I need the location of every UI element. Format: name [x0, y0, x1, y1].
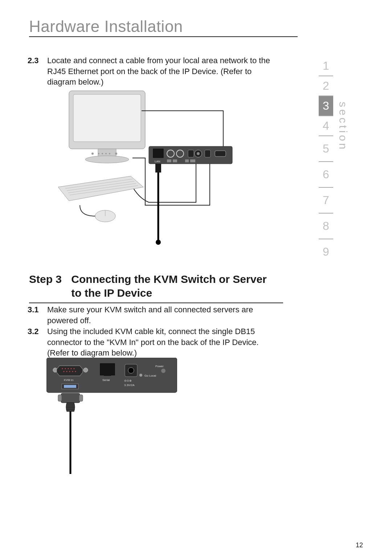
ip-device-rear-icon: LAN	[149, 146, 232, 164]
svg-rect-12	[155, 156, 161, 158]
section-nav-item-2[interactable]: 2	[319, 76, 333, 96]
section-side-label: section	[337, 102, 349, 151]
svg-point-44	[69, 371, 70, 372]
svg-rect-63	[58, 395, 62, 401]
diagram-kvm-connection: KVM In Serial Go Local Power ⊖⊙⊕ 3.3V/2A	[46, 358, 177, 474]
svg-text:Serial: Serial	[102, 378, 110, 382]
svg-point-55	[128, 368, 134, 373]
svg-point-39	[68, 368, 69, 369]
svg-point-17	[197, 152, 200, 155]
svg-point-9	[115, 153, 117, 155]
svg-point-41	[74, 368, 75, 369]
paragraph-number: 3.2	[28, 326, 39, 337]
page-number: 12	[356, 541, 363, 549]
svg-rect-24	[190, 159, 195, 162]
paragraph-text: Make sure your KVM switch and all connec…	[47, 305, 253, 325]
svg-rect-64	[79, 395, 83, 401]
svg-text:LAN: LAN	[155, 160, 160, 163]
paragraph-3-2: 3.2 Using the included KVM cable kit, co…	[47, 326, 279, 358]
paragraph-text: Using the included KVM cable kit, connec…	[47, 327, 259, 357]
section-nav-item-8[interactable]: 8	[319, 214, 333, 239]
svg-rect-23	[185, 159, 189, 162]
svg-point-5	[98, 153, 99, 154]
section-nav: 1 2 3 4 5 6 7 8 9	[319, 56, 333, 264]
svg-rect-21	[167, 159, 171, 162]
section-nav-item-4[interactable]: 4	[319, 116, 333, 136]
title-rule	[29, 36, 298, 37]
svg-rect-19	[215, 151, 226, 157]
svg-point-6	[102, 153, 103, 154]
section-nav-item-1[interactable]: 1	[319, 56, 333, 76]
section-nav-item-6[interactable]: 6	[319, 162, 333, 188]
section-nav-item-7[interactable]: 7	[319, 188, 333, 214]
section-nav-item-9[interactable]: 9	[319, 239, 333, 264]
step-rule	[29, 303, 283, 303]
svg-point-57	[139, 374, 142, 377]
svg-rect-18	[205, 150, 211, 157]
svg-point-42	[64, 371, 65, 372]
svg-point-34	[156, 240, 161, 245]
svg-point-46	[75, 371, 76, 372]
svg-text:Go Local: Go Local	[144, 374, 156, 377]
section-nav-item-3[interactable]: 3	[319, 96, 333, 116]
svg-text:Power: Power	[155, 365, 164, 368]
svg-rect-50	[64, 385, 76, 388]
paragraph-2-3: 2.3 Locate and connect a cable from your…	[47, 55, 279, 88]
svg-rect-52	[104, 373, 111, 376]
svg-point-43	[66, 371, 68, 372]
mouse-icon	[80, 205, 115, 222]
svg-point-37	[62, 368, 63, 369]
svg-point-4	[91, 153, 94, 155]
step-3-heading-block: Step 3 Connecting the KVM Switch or Serv…	[29, 272, 283, 303]
svg-point-7	[105, 153, 107, 154]
paragraph-text: Locate and connect a cable from your loc…	[47, 56, 270, 86]
step-label: Step 3	[29, 272, 68, 286]
svg-text:KVM In: KVM In	[64, 378, 73, 382]
keyboard-icon	[58, 176, 143, 201]
svg-point-47	[83, 368, 88, 372]
paragraph-3-1: 3.1 Make sure your KVM switch and all co…	[47, 304, 279, 326]
db15-connector-icon	[58, 393, 83, 411]
svg-rect-2	[98, 149, 116, 156]
svg-rect-15	[188, 150, 194, 157]
diagram-lan-connection: LAN	[58, 89, 240, 247]
monitor-icon	[69, 91, 145, 163]
svg-text:3.3V/2A: 3.3V/2A	[124, 384, 135, 387]
svg-rect-32	[155, 164, 161, 173]
svg-point-3	[85, 156, 129, 163]
svg-rect-22	[173, 159, 177, 162]
page-title: Hardware Installation	[29, 17, 183, 36]
section-nav-item-5[interactable]: 5	[319, 136, 333, 162]
svg-point-45	[72, 371, 73, 372]
svg-point-59	[161, 369, 166, 373]
svg-text:⊖⊙⊕: ⊖⊙⊕	[124, 379, 132, 382]
step-title: Connecting the KVM Switch or Server to t…	[71, 272, 274, 300]
svg-point-38	[65, 368, 66, 369]
paragraph-number: 3.1	[28, 304, 39, 315]
svg-rect-62	[61, 393, 80, 403]
svg-point-40	[71, 368, 72, 369]
paragraph-number: 2.3	[28, 55, 39, 66]
ethernet-cable-icon	[155, 164, 161, 245]
svg-point-8	[109, 153, 110, 154]
svg-rect-1	[73, 94, 141, 142]
